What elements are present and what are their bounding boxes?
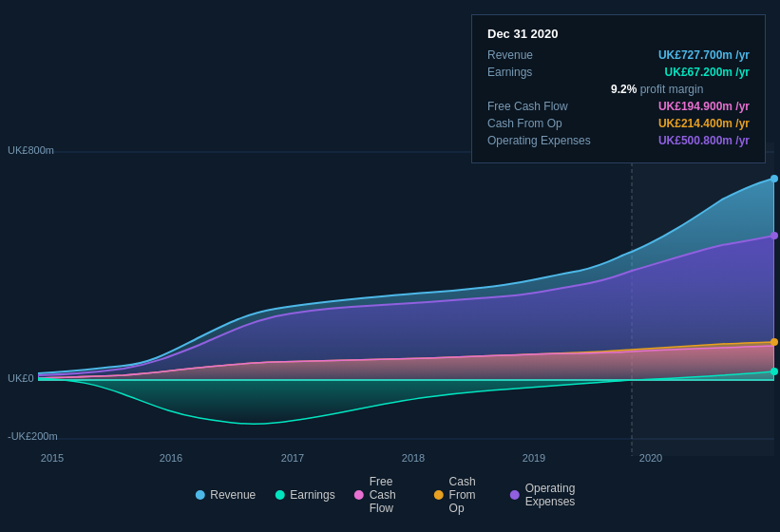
tooltip-opex-row: Operating Expenses UK£500.800m /yr [487,134,750,147]
legend-revenue: Revenue [195,488,256,502]
cashfromop-endpoint [770,338,778,346]
earnings-endpoint [770,368,778,375]
tooltip-cashfromop-value: UK£214.400m /yr [658,117,750,130]
y-label-neg200: -UK£200m [8,430,58,442]
legend-opex: Operating Expenses [510,482,585,508]
legend-dot-fcf [354,490,364,500]
legend-cashfromop: Cash From Op [434,475,491,515]
opex-endpoint [770,232,778,239]
tooltip-earnings-row: Earnings UK£67.200m /yr [487,66,750,79]
tooltip-fcf-row: Free Cash Flow UK£194.900m /yr [487,100,750,113]
x-label-2020: 2020 [639,452,662,464]
legend-label-fcf: Free Cash Flow [370,475,415,515]
tooltip-cashfromop-label: Cash From Op [487,117,611,130]
tooltip-revenue-row: Revenue UK£727.700m /yr [487,48,750,62]
legend-dot-revenue [195,490,204,500]
tooltip-earnings-label: Earnings [487,66,611,79]
legend-fcf: Free Cash Flow [354,475,415,515]
legend-dot-earnings [275,490,284,500]
chart-legend: Revenue Earnings Free Cash Flow Cash Fro… [195,475,585,515]
legend-label-revenue: Revenue [210,488,256,502]
x-label-2017: 2017 [281,452,304,464]
revenue-endpoint [770,175,778,182]
y-label-0: UK£0 [8,372,34,384]
legend-dot-cashfromop [434,490,444,500]
tooltip-fcf-label: Free Cash Flow [487,100,611,113]
legend-label-cashfromop: Cash From Op [449,475,491,515]
tooltip-earnings-value: UK£67.200m /yr [665,66,750,79]
legend-label-opex: Operating Expenses [525,482,585,508]
tooltip-profit-margin: 9.2% profit margin [487,83,750,96]
data-tooltip: Dec 31 2020 Revenue UK£727.700m /yr Earn… [471,14,766,163]
x-label-2016: 2016 [160,452,182,464]
x-label-2015: 2015 [41,452,64,464]
tooltip-opex-value: UK£500.800m /yr [658,134,750,147]
chart-container: UK£800m UK£0 -UK£200m 2015 2016 2017 201… [0,0,780,532]
y-label-800: UK£800m [8,144,54,156]
legend-dot-opex [510,490,520,500]
x-label-2019: 2019 [523,452,545,464]
legend-earnings: Earnings [275,488,334,502]
tooltip-revenue-value: UK£727.700m /yr [658,48,750,62]
legend-label-earnings: Earnings [290,488,334,502]
x-label-2018: 2018 [402,452,425,464]
tooltip-cashfromop-row: Cash From Op UK£214.400m /yr [487,117,750,130]
tooltip-opex-label: Operating Expenses [487,134,611,147]
tooltip-title: Dec 31 2020 [487,27,750,41]
tooltip-fcf-value: UK£194.900m /yr [658,100,750,113]
tooltip-revenue-label: Revenue [487,48,611,62]
